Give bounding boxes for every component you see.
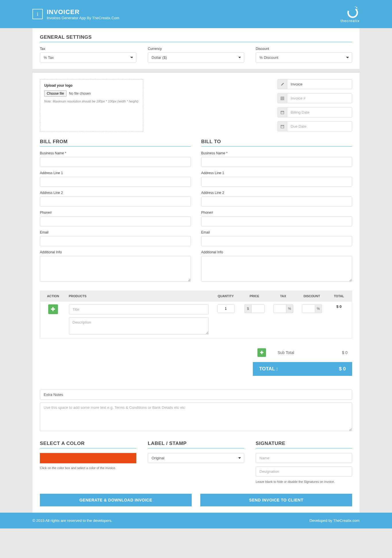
add-subtotal-button[interactable]: ✚ [257, 348, 266, 357]
bf-email-input[interactable] [40, 236, 191, 246]
item-qty-input[interactable] [217, 304, 234, 313]
th-price: PRICE [240, 291, 269, 302]
app-header: i INVOICER Invoices Generator App By The… [0, 0, 392, 28]
brand: i INVOICER Invoices Generator App By The… [32, 8, 119, 20]
signature-title: SIGNATURE [256, 441, 352, 448]
svg-point-3 [355, 6, 356, 7]
notes-body-textarea[interactable] [40, 403, 352, 431]
invoice-title-input[interactable] [287, 79, 352, 89]
item-desc-textarea[interactable] [69, 317, 209, 335]
bt-business-input[interactable] [201, 157, 352, 167]
bt-email-input[interactable] [201, 236, 352, 246]
due-date-input[interactable] [287, 121, 352, 131]
svg-point-2 [358, 9, 358, 10]
subtotal-row: ✚ Sub Total $ 0 [253, 345, 352, 360]
choose-file-button[interactable]: Choose file [44, 90, 67, 97]
svg-point-0 [346, 6, 359, 19]
item-total: $ 0 [336, 304, 341, 309]
signature-help: Leave blank to hide or disable the Signa… [256, 480, 352, 483]
calendar-icon [277, 121, 287, 131]
file-status: No file chosen [69, 92, 91, 96]
hash-icon [277, 93, 287, 103]
brand-logo-right: thecreatix [341, 5, 360, 23]
bt-addr2-input[interactable] [201, 197, 352, 207]
subtotal-label: Sub Total [272, 350, 325, 355]
bf-info-label: Additional Info [40, 250, 191, 254]
invoice-panel: Upload your logo Choose file No file cho… [32, 73, 360, 513]
upload-note: Note: Maximum resolution should be 180px… [44, 100, 139, 103]
brand-icon: i [32, 9, 43, 19]
brand-subtitle: Invoices Generator App By TheCreatix.Com [47, 16, 119, 20]
notes-title-input[interactable] [40, 390, 352, 400]
stamp-title: LABEL / STAMP [148, 441, 244, 448]
item-price-input[interactable] [251, 304, 265, 313]
bf-addr1-input[interactable] [40, 177, 191, 187]
svg-rect-9 [281, 111, 284, 114]
bill-from-section: BILL FROM Business Name * Address Line 1… [40, 139, 191, 287]
bt-addr1-label: Address Line 1 [201, 171, 352, 175]
percent-unit: % [315, 304, 322, 313]
calendar-icon [277, 107, 287, 117]
bt-phone-input[interactable] [201, 216, 352, 226]
thecreatix-logo-icon [346, 5, 360, 19]
items-table: ACTION PRODUCTS QUANTITY PRICE TAX DISCO… [40, 291, 352, 339]
stamp-select[interactable]: Original [148, 453, 244, 463]
discount-select[interactable]: % Discount [256, 53, 352, 63]
send-button[interactable]: SEND INVOICE TO CLIENT [200, 494, 352, 506]
bf-info-textarea[interactable] [40, 256, 191, 282]
currency-select[interactable]: Dollar ($) [148, 53, 244, 63]
th-quantity: QUANTITY [211, 291, 240, 302]
plus-icon: ✚ [260, 350, 264, 355]
bt-addr2-label: Address Line 2 [201, 191, 352, 195]
color-title: SELECT A COLOR [40, 441, 136, 448]
notes-block [40, 390, 352, 432]
footer-credit: Developed by TheCreatix.com [309, 518, 360, 523]
bt-info-textarea[interactable] [201, 256, 352, 282]
plus-icon: ✚ [51, 306, 55, 312]
bf-business-input[interactable] [40, 157, 191, 167]
bt-email-label: Email [201, 230, 352, 234]
stamp-section: LABEL / STAMP Original [148, 441, 244, 483]
item-title-input[interactable] [69, 304, 209, 314]
general-settings-panel: GENERAL SETTINGS Tax % Tax Currency Doll… [32, 28, 360, 69]
bt-business-label: Business Name * [201, 151, 352, 155]
bill-to-title: BILL TO [201, 139, 352, 147]
item-tax-input[interactable] [273, 304, 286, 313]
footer: © 2015 All rights are reserved to the de… [0, 513, 392, 528]
item-discount-input[interactable] [302, 304, 315, 313]
bf-phone-label: Phone# [40, 211, 191, 215]
invoice-number-input[interactable] [287, 93, 352, 103]
bill-from-title: BILL FROM [40, 139, 191, 147]
total-value: $ 0 [339, 366, 346, 372]
signature-name-input[interactable] [256, 453, 352, 463]
th-products: PRODUCTS [66, 291, 211, 302]
percent-unit: % [286, 304, 293, 313]
bf-addr2-label: Address Line 2 [40, 191, 191, 195]
billing-date-input[interactable] [287, 107, 352, 117]
th-action: ACTION [40, 291, 66, 302]
total-bar: TOTAL : $ 0 [253, 362, 352, 376]
discount-label: Discount [256, 47, 352, 51]
bt-addr1-input[interactable] [201, 177, 352, 187]
bf-addr1-label: Address Line 1 [40, 171, 191, 175]
signature-section: SIGNATURE Leave blank to hide or disable… [256, 441, 352, 483]
currency-unit: $ [244, 304, 251, 313]
bf-addr2-input[interactable] [40, 197, 191, 207]
logo-upload-box: Upload your logo Choose file No file cho… [40, 79, 143, 131]
th-tax: TAX [269, 291, 298, 302]
th-discount: DISCOUNT [298, 291, 326, 302]
color-picker[interactable] [40, 453, 136, 463]
svg-rect-4 [281, 97, 284, 100]
bf-business-label: Business Name * [40, 151, 191, 155]
table-row: ✚ $ % [40, 302, 352, 339]
th-total: TOTAL [326, 291, 352, 302]
signature-designation-input[interactable] [256, 466, 352, 477]
tax-select[interactable]: % Tax [40, 53, 136, 63]
add-row-button[interactable]: ✚ [48, 304, 58, 314]
currency-label: Currency [148, 47, 244, 51]
generate-button[interactable]: GENERATE & DOWNLOAD INVOICE [40, 494, 192, 506]
bt-phone-label: Phone# [201, 211, 352, 215]
bf-phone-input[interactable] [40, 216, 191, 226]
svg-rect-13 [281, 125, 284, 128]
upload-title: Upload your logo [44, 83, 139, 88]
